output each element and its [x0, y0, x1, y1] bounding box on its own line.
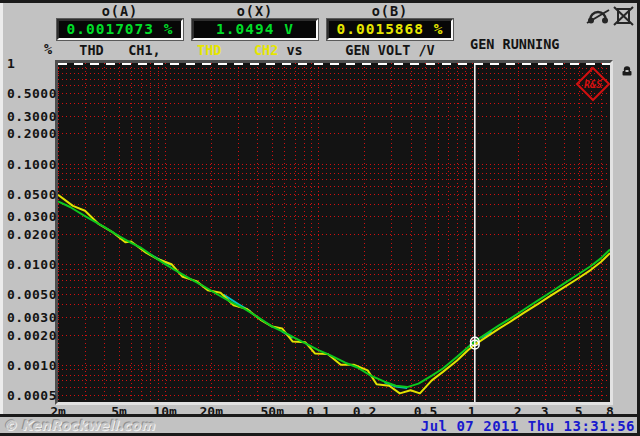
y-tick-label: 0.1000 [7, 157, 57, 172]
y-tick-label: 0.0200 [7, 227, 57, 242]
readout-a-value: 0.0017073 % [57, 19, 183, 40]
readout-x-label: THD CH2 vs [197, 42, 303, 58]
status-gen: GEN RUNNING [470, 36, 608, 53]
y-tick-label: 0.0005 [7, 388, 57, 403]
readout-a-label: THD CH1, [57, 42, 183, 58]
watermark: © KenRockwell.com [3, 417, 154, 433]
crossed-frame-icon [613, 6, 634, 30]
y-tick-label: 0.3000 [7, 109, 57, 124]
readout-x-header: o(X) [192, 3, 318, 19]
readout-b-header: o(B) [327, 3, 453, 19]
y-tick-label: 0.0010 [7, 358, 57, 373]
screen-edge-top [0, 0, 640, 3]
y-tick-label: 0.0500 [7, 187, 57, 202]
readout-a-header: o(A) [57, 3, 183, 19]
datetime-display: Jul 07 2011 Thu 13:31:56 [421, 418, 635, 434]
readout-b-label: GEN VOLT /V [327, 42, 453, 58]
y-tick-label: 0.0020 [7, 328, 57, 343]
readout-b-value: 0.0015868 % [327, 19, 453, 40]
screen-divider [0, 414, 640, 417]
rs-logo-text: R&S [584, 79, 602, 90]
rs-logo: R&S [577, 68, 609, 100]
readout-x-value: 1.0494 V [192, 19, 318, 40]
y-tick-label: 0.5000 [7, 86, 57, 101]
y-axis-unit: % [44, 41, 52, 57]
analyzer-screen: o(A) 0.0017073 % THD CH1, o(X) 1.0494 V … [0, 0, 640, 436]
y-tick-label: 0.0100 [7, 257, 57, 272]
y-tick-label: 0.0030 [7, 310, 57, 325]
headphones-muted-icon [586, 7, 610, 29]
y-tick-label: 0.0300 [7, 209, 57, 224]
readout-x-label-trace: THD CH2 [197, 42, 278, 58]
panel-indicator-icon [620, 63, 634, 82]
y-tick-label: 1 [7, 56, 15, 71]
y-tick-label: 0.2000 [7, 126, 57, 141]
plot-area: R&S [55, 60, 613, 405]
thd-vs-level-chart: R&S [58, 63, 610, 402]
y-tick-label: 0.0050 [7, 287, 57, 302]
readout-x-label-vs: vs [278, 42, 302, 58]
screen-edge-left [0, 3, 3, 414]
